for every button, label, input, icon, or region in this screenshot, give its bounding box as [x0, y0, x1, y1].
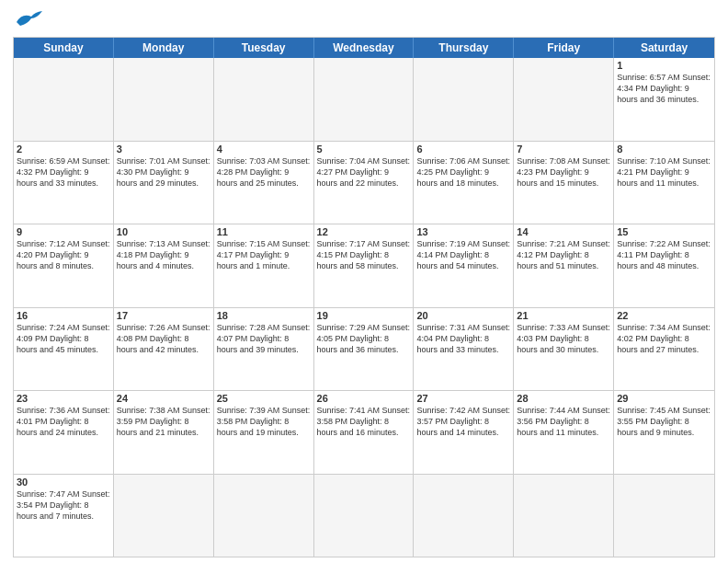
logo [13, 9, 44, 31]
day-number: 23 [17, 393, 110, 404]
day-number: 1 [617, 60, 711, 71]
calendar-cell-r5c0: 30Sunrise: 7:47 AM Sunset: 3:54 PM Dayli… [14, 475, 114, 557]
day-number: 10 [117, 226, 210, 237]
header-day-sunday: Sunday [14, 38, 114, 58]
calendar-cell-r0c6: 1Sunrise: 6:57 AM Sunset: 4:34 PM Daylig… [614, 58, 714, 141]
calendar-cell-r0c5 [514, 58, 614, 141]
day-number: 21 [517, 310, 610, 321]
day-number: 8 [617, 144, 711, 155]
day-info: Sunrise: 7:04 AM Sunset: 4:27 PM Dayligh… [317, 155, 411, 189]
calendar-cell-r4c0: 23Sunrise: 7:36 AM Sunset: 4:01 PM Dayli… [14, 391, 114, 474]
day-number: 6 [416, 144, 510, 155]
day-info: Sunrise: 7:47 AM Sunset: 3:54 PM Dayligh… [17, 488, 110, 522]
calendar-cell-r4c6: 29Sunrise: 7:45 AM Sunset: 3:55 PM Dayli… [614, 391, 714, 474]
day-number: 14 [517, 226, 610, 237]
calendar-cell-r4c5: 28Sunrise: 7:44 AM Sunset: 3:56 PM Dayli… [514, 391, 614, 474]
header-day-saturday: Saturday [614, 38, 714, 58]
header-day-monday: Monday [114, 38, 214, 58]
day-info: Sunrise: 7:39 AM Sunset: 3:58 PM Dayligh… [217, 405, 311, 438]
calendar-cell-r4c1: 24Sunrise: 7:38 AM Sunset: 3:59 PM Dayli… [114, 391, 214, 474]
day-number: 29 [617, 393, 711, 404]
day-info: Sunrise: 7:19 AM Sunset: 4:14 PM Dayligh… [416, 238, 510, 271]
calendar-cell-r1c2: 4Sunrise: 7:03 AM Sunset: 4:28 PM Daylig… [214, 142, 314, 224]
day-number: 11 [217, 226, 311, 237]
day-info: Sunrise: 7:01 AM Sunset: 4:30 PM Dayligh… [117, 155, 210, 189]
calendar-cell-r1c4: 6Sunrise: 7:06 AM Sunset: 4:25 PM Daylig… [414, 142, 514, 224]
calendar-cell-r3c3: 19Sunrise: 7:29 AM Sunset: 4:05 PM Dayli… [314, 308, 415, 391]
calendar-cell-r0c2 [214, 58, 314, 141]
day-number: 27 [416, 393, 510, 404]
day-number: 25 [217, 393, 311, 404]
day-info: Sunrise: 7:38 AM Sunset: 3:59 PM Dayligh… [117, 405, 210, 438]
calendar-cell-r4c2: 25Sunrise: 7:39 AM Sunset: 3:58 PM Dayli… [214, 391, 314, 474]
day-number: 4 [217, 144, 311, 155]
calendar-header: SundayMondayTuesdayWednesdayThursdayFrid… [14, 38, 714, 58]
day-number: 20 [416, 310, 510, 321]
day-info: Sunrise: 7:03 AM Sunset: 4:28 PM Dayligh… [217, 155, 311, 189]
calendar-cell-r0c4 [414, 58, 514, 141]
day-info: Sunrise: 6:57 AM Sunset: 4:34 PM Dayligh… [617, 72, 711, 105]
calendar-cell-r2c1: 10Sunrise: 7:13 AM Sunset: 4:18 PM Dayli… [114, 224, 214, 307]
calendar-cell-r3c2: 18Sunrise: 7:28 AM Sunset: 4:07 PM Dayli… [214, 308, 314, 391]
day-number: 26 [317, 393, 411, 404]
calendar-cell-r2c3: 12Sunrise: 7:17 AM Sunset: 4:15 PM Dayli… [314, 224, 415, 307]
day-number: 19 [317, 310, 411, 321]
logo-bird-icon [15, 9, 44, 29]
day-info: Sunrise: 7:21 AM Sunset: 4:12 PM Dayligh… [517, 238, 610, 271]
page: SundayMondayTuesdayWednesdayThursdayFrid… [0, 0, 728, 563]
calendar-cell-r1c1: 3Sunrise: 7:01 AM Sunset: 4:30 PM Daylig… [114, 142, 214, 224]
day-info: Sunrise: 7:22 AM Sunset: 4:11 PM Dayligh… [617, 238, 711, 271]
header-day-thursday: Thursday [414, 38, 514, 58]
calendar-cell-r3c1: 17Sunrise: 7:26 AM Sunset: 4:08 PM Dayli… [114, 308, 214, 391]
calendar-cell-r1c5: 7Sunrise: 7:08 AM Sunset: 4:23 PM Daylig… [514, 142, 614, 224]
header-day-wednesday: Wednesday [314, 38, 415, 58]
day-info: Sunrise: 7:24 AM Sunset: 4:09 PM Dayligh… [17, 322, 110, 355]
calendar-cell-r2c5: 14Sunrise: 7:21 AM Sunset: 4:12 PM Dayli… [514, 224, 614, 307]
header-day-friday: Friday [514, 38, 614, 58]
day-number: 12 [317, 226, 411, 237]
day-info: Sunrise: 7:34 AM Sunset: 4:02 PM Dayligh… [617, 322, 711, 355]
calendar-cell-r0c1 [114, 58, 214, 141]
day-info: Sunrise: 7:12 AM Sunset: 4:20 PM Dayligh… [17, 238, 110, 271]
calendar-cell-r2c0: 9Sunrise: 7:12 AM Sunset: 4:20 PM Daylig… [14, 224, 114, 307]
calendar-row-2: 9Sunrise: 7:12 AM Sunset: 4:20 PM Daylig… [14, 224, 714, 307]
day-info: Sunrise: 7:31 AM Sunset: 4:04 PM Dayligh… [416, 322, 510, 355]
calendar-cell-r3c4: 20Sunrise: 7:31 AM Sunset: 4:04 PM Dayli… [414, 308, 514, 391]
calendar-cell-r5c1 [114, 475, 214, 557]
day-number: 5 [317, 144, 411, 155]
calendar-cell-r4c3: 26Sunrise: 7:41 AM Sunset: 3:58 PM Dayli… [314, 391, 415, 474]
day-info: Sunrise: 7:45 AM Sunset: 3:55 PM Dayligh… [617, 405, 711, 438]
day-info: Sunrise: 7:33 AM Sunset: 4:03 PM Dayligh… [517, 322, 610, 355]
day-info: Sunrise: 7:42 AM Sunset: 3:57 PM Dayligh… [416, 405, 510, 438]
day-number: 7 [517, 144, 610, 155]
day-info: Sunrise: 7:17 AM Sunset: 4:15 PM Dayligh… [317, 238, 411, 271]
day-number: 13 [416, 226, 510, 237]
day-number: 2 [17, 144, 110, 155]
day-number: 30 [17, 477, 110, 488]
calendar-cell-r3c5: 21Sunrise: 7:33 AM Sunset: 4:03 PM Dayli… [514, 308, 614, 391]
day-info: Sunrise: 7:15 AM Sunset: 4:17 PM Dayligh… [217, 238, 311, 271]
calendar-cell-r5c2 [214, 475, 314, 557]
calendar-row-0: 1Sunrise: 6:57 AM Sunset: 4:34 PM Daylig… [14, 58, 714, 141]
day-info: Sunrise: 7:08 AM Sunset: 4:23 PM Dayligh… [517, 155, 610, 189]
calendar-cell-r5c5 [514, 475, 614, 557]
day-number: 16 [17, 310, 110, 321]
calendar-cell-r2c6: 15Sunrise: 7:22 AM Sunset: 4:11 PM Dayli… [614, 224, 714, 307]
day-info: Sunrise: 7:28 AM Sunset: 4:07 PM Dayligh… [217, 322, 311, 355]
header [13, 9, 715, 31]
calendar-cell-r1c0: 2Sunrise: 6:59 AM Sunset: 4:32 PM Daylig… [14, 142, 114, 224]
calendar-cell-r1c3: 5Sunrise: 7:04 AM Sunset: 4:27 PM Daylig… [314, 142, 415, 224]
calendar-cell-r5c4 [414, 475, 514, 557]
calendar-cell-r5c3 [314, 475, 415, 557]
calendar-cell-r2c4: 13Sunrise: 7:19 AM Sunset: 4:14 PM Dayli… [414, 224, 514, 307]
day-info: Sunrise: 7:36 AM Sunset: 4:01 PM Dayligh… [17, 405, 110, 438]
calendar-cell-r0c0 [14, 58, 114, 141]
day-info: Sunrise: 7:41 AM Sunset: 3:58 PM Dayligh… [317, 405, 411, 438]
day-number: 9 [17, 226, 110, 237]
day-info: Sunrise: 7:26 AM Sunset: 4:08 PM Dayligh… [117, 322, 210, 355]
day-info: Sunrise: 7:13 AM Sunset: 4:18 PM Dayligh… [117, 238, 210, 271]
day-number: 3 [117, 144, 210, 155]
day-info: Sunrise: 7:44 AM Sunset: 3:56 PM Dayligh… [517, 405, 610, 438]
calendar-cell-r3c6: 22Sunrise: 7:34 AM Sunset: 4:02 PM Dayli… [614, 308, 714, 391]
day-number: 22 [617, 310, 711, 321]
